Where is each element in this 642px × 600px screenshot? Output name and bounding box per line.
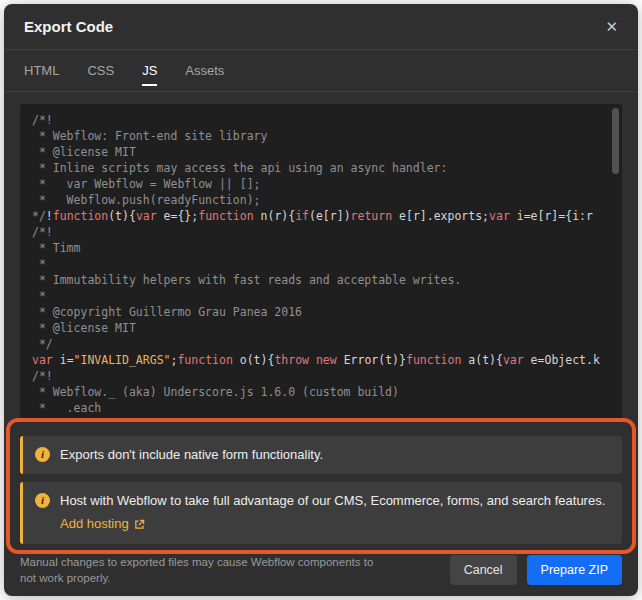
external-link-icon bbox=[134, 519, 145, 530]
code-line: * Webflow._ (aka) Underscore.js 1.6.0 (c… bbox=[32, 384, 610, 400]
code-line: * Webflow.push(readyFunction); bbox=[32, 192, 610, 208]
cancel-button[interactable]: Cancel bbox=[450, 555, 517, 585]
add-hosting-label: Add hosting bbox=[60, 515, 129, 533]
modal-footer: Manual changes to exported files may cau… bbox=[4, 544, 638, 596]
code-line: /*! bbox=[32, 368, 610, 384]
code-line: * @license MIT bbox=[32, 144, 610, 160]
prepare-zip-button[interactable]: Prepare ZIP bbox=[527, 555, 622, 585]
code-line: * var Webflow = Webflow || []; bbox=[32, 176, 610, 192]
add-hosting-link[interactable]: Add hosting bbox=[60, 515, 605, 533]
close-icon[interactable]: ✕ bbox=[605, 19, 618, 34]
code-scrollbar[interactable] bbox=[611, 106, 620, 420]
info-icon: i bbox=[35, 447, 50, 462]
code-line: var i="INVALID_ARGS";function o(t){throw… bbox=[32, 352, 610, 368]
tab-assets[interactable]: Assets bbox=[185, 50, 224, 91]
modal-title: Export Code bbox=[24, 18, 113, 35]
notice-1: iExports don't include native form funct… bbox=[20, 436, 622, 474]
code-line: /*! bbox=[32, 112, 610, 128]
code-content: /*! * Webflow: Front-end site library * … bbox=[20, 104, 622, 422]
notice-text: Host with Webflow to take full advantage… bbox=[60, 492, 605, 510]
code-line: * bbox=[32, 288, 610, 304]
info-icon: i bbox=[35, 493, 50, 508]
code-line: * Immutability helpers with fast reads a… bbox=[32, 272, 610, 288]
code-line: /*! bbox=[32, 224, 610, 240]
code-line: * @license MIT bbox=[32, 320, 610, 336]
notice-2: iHost with Webflow to take full advantag… bbox=[20, 482, 622, 543]
tab-bar: HTMLCSSJSAssets bbox=[4, 50, 638, 92]
modal-header: Export Code ✕ bbox=[4, 4, 638, 50]
code-line: * Inline scripts may access the api usin… bbox=[32, 160, 610, 176]
code-line: * Timm bbox=[32, 240, 610, 256]
tab-html[interactable]: HTML bbox=[24, 50, 59, 91]
code-line: * @copyright Guillermo Grau Panea 2016 bbox=[32, 304, 610, 320]
export-code-modal: Export Code ✕ HTMLCSSJSAssets /*! * Webf… bbox=[4, 4, 638, 596]
notice-list: iExports don't include native form funct… bbox=[20, 436, 622, 544]
tab-js[interactable]: JS bbox=[142, 50, 157, 91]
code-editor[interactable]: /*! * Webflow: Front-end site library * … bbox=[20, 104, 622, 422]
code-line: * bbox=[32, 256, 610, 272]
tab-css[interactable]: CSS bbox=[87, 50, 114, 91]
code-line: */ bbox=[32, 336, 610, 352]
code-line: * Webflow: Front-end site library bbox=[32, 128, 610, 144]
scrollbar-thumb[interactable] bbox=[612, 108, 619, 174]
footer-warning: Manual changes to exported files may cau… bbox=[20, 554, 390, 586]
notice-text: Exports don't include native form functi… bbox=[60, 446, 323, 464]
code-line: */!function(t){var e={};function n(r){if… bbox=[32, 208, 610, 224]
code-line: * .each bbox=[32, 400, 610, 416]
